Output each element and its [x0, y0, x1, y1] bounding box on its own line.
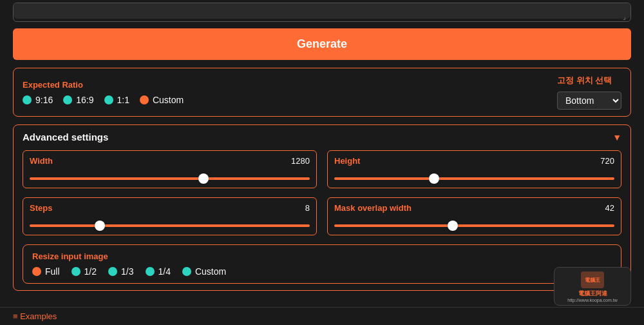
resize-label-half: 1/2	[84, 266, 97, 277]
width-value: 1280	[291, 156, 310, 166]
resize-label-quarter: 1/4	[158, 266, 171, 277]
ratio-right: 고정 위치 선택 Bottom Top Left Right Center	[557, 75, 621, 110]
resize-handle-icon: ⌟	[623, 14, 629, 20]
watermark-url: http://www.koopa.com.tw	[567, 298, 617, 302]
height-value: 720	[600, 156, 614, 166]
resize-option-half[interactable]: 1/2	[71, 266, 97, 277]
steps-slider[interactable]	[30, 224, 310, 227]
watermark-title: 電腦王阿達	[578, 290, 607, 298]
svg-text:電腦王: 電腦王	[585, 277, 600, 283]
width-label: Width	[30, 156, 53, 166]
ratio-option-11[interactable]: 1:1	[104, 95, 129, 105]
resize-option-quarter[interactable]: 1/4	[146, 266, 171, 277]
ratio-option-916[interactable]: 9:16	[23, 95, 53, 105]
resize-label: Resize input image	[32, 251, 612, 261]
width-slider[interactable]	[30, 177, 310, 180]
steps-label: Steps	[30, 203, 52, 213]
resize-dot-third	[108, 267, 117, 276]
radio-dot-916	[23, 95, 32, 104]
steps-slider-header: Steps 8	[30, 203, 310, 213]
position-label: 고정 위치 선택	[557, 75, 612, 86]
mask-slider[interactable]	[334, 224, 614, 227]
ratio-label-custom: Custom	[153, 95, 184, 105]
steps-slider-group: Steps 8	[23, 197, 317, 235]
ratio-option-169[interactable]: 16:9	[63, 95, 93, 105]
position-dropdown-wrapper: Bottom Top Left Right Center	[557, 92, 621, 110]
width-slider-group: Width 1280	[23, 150, 317, 188]
ratio-label-11: 1:1	[117, 95, 129, 105]
resize-option-third[interactable]: 1/3	[108, 266, 133, 277]
width-slider-header: Width 1280	[30, 156, 310, 166]
height-slider-group: Height 720	[327, 150, 621, 188]
steps-value: 8	[305, 203, 310, 213]
resize-dot-full	[32, 267, 41, 276]
advanced-title: Advanced settings	[23, 132, 108, 143]
footer: ≡ Examples	[0, 307, 644, 325]
mask-label: Mask overlap width	[334, 203, 412, 213]
examples-link[interactable]: ≡ Examples	[13, 311, 631, 321]
height-slider[interactable]	[334, 177, 614, 180]
resize-option-custom2[interactable]: Custom	[182, 266, 226, 277]
advanced-header: Advanced settings ▼	[23, 132, 621, 143]
resize-section: Resize input image Full 1/2 1/3 1/4	[23, 244, 621, 284]
ratio-section: Expected Ratio 9:16 16:9 1:1 Custom	[13, 68, 631, 117]
resize-label-third: 1/3	[121, 266, 133, 277]
mask-slider-group: Mask overlap width 42	[327, 197, 621, 235]
watermark: 電腦王 電腦王阿達 http://www.koopa.com.tw	[554, 267, 631, 306]
resize-options: Full 1/2 1/3 1/4 Custom	[32, 266, 612, 277]
mask-slider-header: Mask overlap width 42	[334, 203, 614, 213]
resize-label-full: Full	[45, 266, 60, 277]
resize-dot-half	[71, 267, 80, 276]
radio-dot-169	[63, 95, 72, 104]
ratio-label-169: 16:9	[76, 95, 93, 105]
prompt-textarea-wrapper: ⌟	[13, 3, 631, 22]
ratio-label: Expected Ratio	[23, 80, 184, 90]
resize-dot-quarter	[146, 267, 155, 276]
top-sliders-row: Width 1280 Height 720	[23, 150, 621, 188]
mask-value: 42	[605, 203, 614, 213]
advanced-section: Advanced settings ▼ Width 1280 Height 72…	[13, 124, 631, 291]
generate-button[interactable]: Generate	[13, 28, 631, 60]
prompt-textarea[interactable]	[14, 3, 630, 19]
ratio-left: Expected Ratio 9:16 16:9 1:1 Custom	[23, 80, 184, 105]
position-dropdown[interactable]: Bottom Top Left Right Center	[557, 92, 621, 110]
ratio-label-916: 9:16	[35, 95, 53, 105]
collapse-icon[interactable]: ▼	[612, 132, 621, 143]
height-slider-header: Height 720	[334, 156, 614, 166]
ratio-options: 9:16 16:9 1:1 Custom	[23, 95, 184, 105]
ratio-option-custom[interactable]: Custom	[140, 95, 184, 105]
bottom-sliders-row: Steps 8 Mask overlap width 42	[23, 197, 621, 235]
resize-label-custom2: Custom	[195, 266, 226, 277]
resize-dot-custom2	[182, 267, 191, 276]
radio-dot-custom	[140, 95, 149, 104]
watermark-logo: 電腦王	[580, 270, 605, 290]
radio-dot-11	[104, 95, 113, 104]
height-label: Height	[334, 156, 360, 166]
resize-option-full[interactable]: Full	[32, 266, 60, 277]
